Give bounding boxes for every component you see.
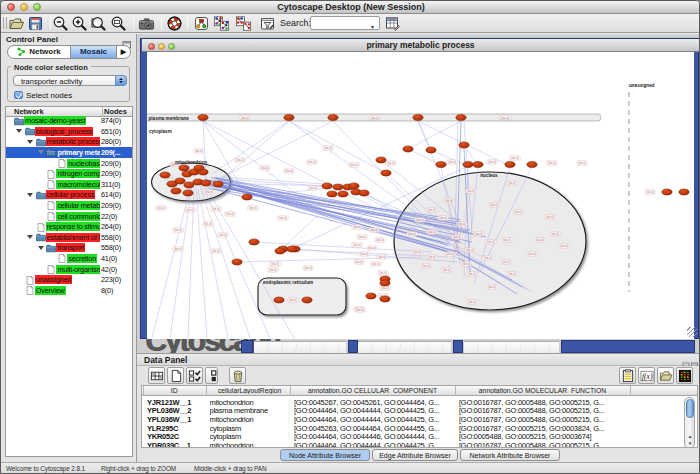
tree-row[interactable]: cell communication22(0) <box>6 211 132 222</box>
network-node[interactable] <box>366 293 376 299</box>
network-node[interactable] <box>287 246 297 252</box>
expand-triangle-icon[interactable] <box>16 129 22 133</box>
network-node[interactable] <box>198 114 208 120</box>
unselect-all-attributes-icon[interactable] <box>205 367 218 384</box>
network-node[interactable] <box>436 161 446 167</box>
tree-row[interactable]: secretion41(0) <box>6 253 132 264</box>
tab-network[interactable]: Network <box>8 46 70 58</box>
column-header[interactable]: annotation.GO CELLULAR_COMPONENT <box>290 387 455 394</box>
network-node[interactable] <box>338 191 348 197</box>
heatmap-icon[interactable] <box>676 367 693 384</box>
new-network-icon[interactable] <box>213 15 232 32</box>
tree-row[interactable]: cellular process614(0) <box>6 190 132 201</box>
import-file-icon[interactable] <box>657 367 674 384</box>
tree-row-label[interactable]: nucleobase-containing <box>67 159 100 168</box>
tab-mosaic[interactable]: Mosaic <box>70 46 117 58</box>
formula-builder-icon[interactable]: f(x) <box>638 367 655 384</box>
scroll-up-icon[interactable]: ▲ <box>686 433 694 440</box>
zoom-fit-icon[interactable] <box>110 15 127 32</box>
expand-triangle-icon[interactable] <box>27 193 33 197</box>
network-node[interactable] <box>381 170 391 176</box>
tree-row[interactable]: mosaic-demo-yeast874(0) <box>6 116 132 127</box>
attribute-table-header[interactable]: ID_cellularLayoutRegionannotation.GO CEL… <box>142 386 697 396</box>
network-node[interactable] <box>413 114 423 120</box>
search-dropdown-icon[interactable]: ▾ <box>371 23 374 30</box>
expand-triangle-icon[interactable] <box>38 150 44 154</box>
network-canvas[interactable]: (xx-x)(xx-x)(xx-x)(xx-x)(xx-x)(xx-x)(xx-… <box>147 52 694 339</box>
table-row[interactable]: YPL036W__2plasma membrane[GO:0044464, GO… <box>142 406 697 415</box>
network-node[interactable] <box>201 180 211 186</box>
annotation-icon[interactable] <box>259 15 276 32</box>
tree-row-label[interactable]: transport <box>56 243 85 252</box>
network-node[interactable] <box>380 296 390 302</box>
zoom-out-icon[interactable] <box>52 15 69 32</box>
network-node[interactable] <box>380 280 390 286</box>
network-node[interactable] <box>213 181 223 187</box>
zoom-selected-icon[interactable] <box>90 15 107 32</box>
search-input[interactable]: ▾ <box>310 16 380 30</box>
network-node[interactable] <box>275 248 285 254</box>
tree-row[interactable]: response to stimulus264(0) <box>6 222 132 233</box>
browser-tab[interactable]: Network Attribute Browser <box>460 449 560 461</box>
network-node[interactable] <box>327 191 337 197</box>
network-node[interactable] <box>322 183 332 189</box>
select-attributes-icon[interactable] <box>148 367 165 384</box>
tree-row-label[interactable]: macromolecule metab <box>56 180 100 189</box>
tree-row[interactable]: unassigned223(0) <box>6 275 132 286</box>
expand-triangle-icon[interactable] <box>27 235 33 239</box>
network-node[interactable] <box>463 161 473 167</box>
tree-row-label[interactable]: primary metabolic process <box>56 148 100 157</box>
select-nodes-checkbox[interactable] <box>14 91 23 100</box>
tree-row-label[interactable]: nitrogen compound me <box>56 169 100 178</box>
network-node[interactable] <box>459 142 469 148</box>
table-row[interactable]: YKR052Ccytoplasm[GO:0044464, GO:0044446,… <box>142 432 697 441</box>
network-node[interactable] <box>284 114 294 120</box>
network-window-titlebar[interactable]: primary metabolic process <box>142 39 699 52</box>
new-attribute-icon[interactable] <box>167 367 184 384</box>
tree-row[interactable]: biological_process651(0) <box>6 126 132 137</box>
float-panel-icon[interactable] <box>122 35 132 44</box>
delete-attribute-icon[interactable] <box>229 367 246 384</box>
select-all-attributes-icon[interactable] <box>186 367 203 384</box>
tree-row[interactable]: establishment of local558(0) <box>6 232 132 243</box>
zoom-in-icon[interactable] <box>71 15 88 32</box>
tree-row[interactable]: multi-organism proce42(0) <box>6 264 132 275</box>
tree-row-label[interactable]: cell communication <box>56 212 100 221</box>
network-node[interactable] <box>302 297 312 303</box>
network-node[interactable] <box>662 189 672 195</box>
network-node[interactable] <box>403 146 413 152</box>
tree-row[interactable]: primary metabolic process209(... <box>6 147 132 158</box>
network-node[interactable] <box>160 172 170 178</box>
open-session-icon[interactable] <box>8 15 25 32</box>
network-node[interactable] <box>175 178 185 184</box>
browser-tab[interactable]: Edge Attribute Browser <box>372 449 458 461</box>
tree-row-label[interactable]: cellular process <box>46 190 96 199</box>
tree-row[interactable]: macromolecule metab311(0) <box>6 179 132 190</box>
network-node[interactable] <box>328 114 338 120</box>
tree-row[interactable]: metabolic process280(0) <box>6 137 132 148</box>
import-attributes-icon[interactable] <box>619 367 636 384</box>
combo-spinner-icon[interactable] <box>115 75 127 86</box>
network-node[interactable] <box>349 183 359 189</box>
network-node[interactable] <box>183 190 193 196</box>
tree-row[interactable]: nucleobase-containing209(0) <box>6 158 132 169</box>
network-node[interactable] <box>456 114 466 120</box>
table-row[interactable]: YPL036W__1mitochondrion[GO:0044464, GO:0… <box>142 415 697 424</box>
network-node[interactable] <box>274 297 284 303</box>
tree-row[interactable]: nitrogen compound me209(0) <box>6 169 132 180</box>
network-node[interactable] <box>249 239 259 245</box>
network-node[interactable] <box>232 259 242 265</box>
browser-tab[interactable]: Node Attribute Browser <box>280 449 370 461</box>
window-titlebar[interactable]: Cytoscape Desktop (New Session) <box>1 1 700 14</box>
network-node[interactable] <box>505 161 515 167</box>
network-node[interactable] <box>359 190 369 196</box>
tree-row-label[interactable]: cellular metabolic proc <box>56 201 100 210</box>
vizmapper-icon[interactable] <box>193 15 210 32</box>
table-scrollbar[interactable]: ▲ ▼ <box>684 397 695 448</box>
network-view-window[interactable]: primary metabolic process (xx-x)(xx-x)(x… <box>140 38 699 339</box>
network-node[interactable] <box>473 161 483 167</box>
network-node[interactable] <box>171 188 181 194</box>
network-node[interactable] <box>184 182 194 188</box>
scrollbar-thumb[interactable] <box>686 399 694 418</box>
copy-network-icon[interactable] <box>235 15 254 32</box>
